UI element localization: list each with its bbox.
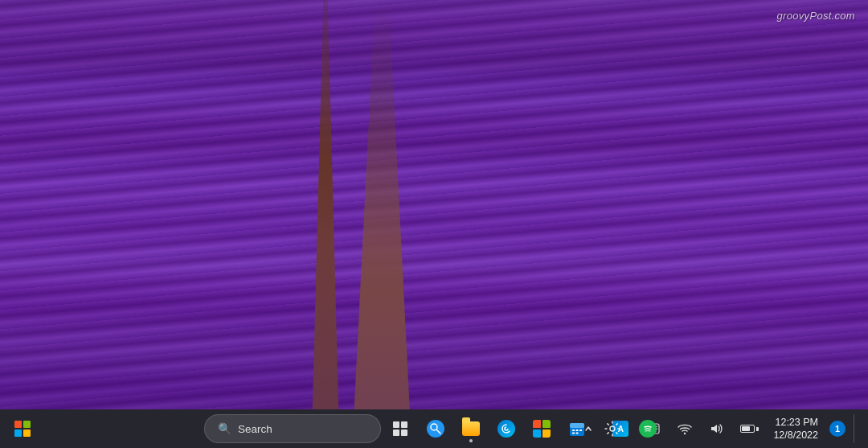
taskbar-center-section: 🔍 Search <box>204 413 664 445</box>
active-indicator <box>469 439 473 442</box>
settings-button[interactable] <box>596 413 628 445</box>
folder-icon <box>462 421 480 436</box>
volume-button[interactable] <box>704 416 730 442</box>
svg-rect-11 <box>572 433 575 434</box>
edge-button[interactable] <box>490 413 522 445</box>
datetime-button[interactable]: 12:23 PM 12/8/2022 <box>768 414 823 444</box>
windows-logo-icon <box>14 421 31 437</box>
battery-icon <box>740 425 759 433</box>
svg-rect-3 <box>401 430 407 436</box>
spotify-icon <box>639 420 657 438</box>
svg-rect-2 <box>393 430 399 436</box>
svg-rect-10 <box>579 430 582 431</box>
notification-count: 1 <box>835 424 840 434</box>
svg-rect-1 <box>401 421 407 428</box>
svg-point-4 <box>431 424 437 430</box>
calendar-button[interactable] <box>561 413 593 445</box>
desktop-wallpaper: groovyPost.com <box>0 0 868 409</box>
task-view-icon <box>392 421 408 437</box>
svg-rect-7 <box>570 423 584 428</box>
ms-store-button[interactable] <box>526 413 558 445</box>
calendar-icon <box>568 420 586 438</box>
file-explorer-button[interactable] <box>455 413 487 445</box>
store-icon <box>533 420 551 438</box>
svg-rect-9 <box>576 430 579 431</box>
settings-icon <box>604 420 621 438</box>
search-label: Search <box>238 423 272 435</box>
watermark: groovyPost.com <box>777 10 855 22</box>
battery-button[interactable] <box>736 416 762 442</box>
wifi-icon <box>678 422 692 435</box>
svg-rect-0 <box>393 421 399 428</box>
svg-point-24 <box>684 433 686 434</box>
time-display: 12:23 PM <box>775 416 818 429</box>
svg-point-13 <box>610 426 615 431</box>
edge-icon <box>497 420 515 438</box>
zoom-icon <box>427 420 444 438</box>
search-icon: 🔍 <box>218 422 231 435</box>
svg-rect-8 <box>572 430 575 431</box>
task-view-button[interactable] <box>384 413 416 445</box>
date-display: 12/8/2022 <box>773 429 818 442</box>
show-desktop-button[interactable] <box>854 414 858 443</box>
taskbar: 🔍 Search <box>0 409 868 448</box>
wifi-button[interactable] <box>672 416 698 442</box>
search-bar[interactable]: 🔍 Search <box>204 414 381 443</box>
spotify-button[interactable] <box>632 413 664 445</box>
volume-icon <box>710 422 724 435</box>
start-button[interactable] <box>6 413 39 445</box>
zoom-button[interactable] <box>420 413 452 445</box>
svg-line-5 <box>437 430 441 434</box>
svg-rect-12 <box>576 433 579 434</box>
notification-button[interactable]: 1 <box>829 421 845 437</box>
